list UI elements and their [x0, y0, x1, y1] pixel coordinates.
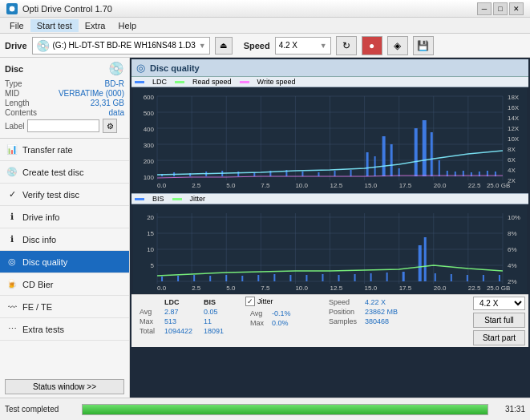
sidebar: Disc 💿 Type BD-R MID VERBATIMe (000) Len… [0, 58, 130, 398]
toolbar-btn3[interactable]: 💾 [413, 36, 434, 55]
nav-verify-test-disc[interactable]: ✓ Verify test disc [0, 184, 129, 206]
svg-rect-110 [177, 276, 179, 281]
drive-info-icon: ℹ [6, 212, 18, 223]
svg-rect-62 [415, 128, 418, 176]
nav-fe-te[interactable]: 〰 FE / TE [0, 296, 129, 318]
svg-text:8X: 8X [508, 146, 516, 153]
avg-label: Avg [136, 308, 158, 316]
svg-rect-54 [318, 172, 319, 176]
total-bis: 18091 [199, 327, 229, 335]
menu-bar: File Start test Extra Help [0, 18, 530, 34]
svg-text:5: 5 [151, 262, 155, 269]
write-speed-legend-color [240, 81, 249, 83]
speed-dropdown-arrow: ▼ [320, 42, 327, 50]
status-text: Test completed [5, 405, 77, 414]
menu-file[interactable]: File [3, 19, 30, 32]
jitter-label: Jitter [257, 297, 273, 305]
nav-drive-info[interactable]: ℹ Drive info [0, 206, 129, 228]
nav-extra-tests[interactable]: ⋯ Extra tests [0, 318, 129, 341]
start-full-btn[interactable]: Start full [473, 313, 525, 328]
ldc-header: LDC [160, 298, 197, 306]
read-speed-legend-label: Read speed [192, 78, 232, 86]
refresh-btn[interactable]: ↻ [336, 36, 357, 55]
nav-create-test-disc[interactable]: 💿 Create test disc [0, 161, 129, 184]
start-part-btn[interactable]: Start part [473, 330, 525, 345]
svg-text:15: 15 [147, 230, 154, 237]
svg-rect-57 [366, 152, 369, 176]
svg-text:6%: 6% [508, 246, 517, 253]
lower-chart-container: 20 15 10 5 10% 8% 6% 4% 2% 0.0 2.5 5.0 7… [133, 205, 527, 293]
svg-text:8%: 8% [508, 230, 517, 237]
speed-value-stat: 4.22 X [362, 298, 401, 306]
max-bis: 11 [199, 317, 229, 325]
total-ldc: 1094422 [160, 327, 197, 335]
svg-text:10.0: 10.0 [295, 285, 308, 292]
svg-rect-130 [483, 275, 484, 281]
nav-label-disc-info: Disc info [22, 235, 56, 244]
mid-value: VERBATIMe (000) [59, 89, 124, 98]
drive-select[interactable]: 💿 (G:) HL-DT-ST BD-RE WH16NS48 1.D3 ▼ [32, 37, 210, 55]
content-header: ◎ Disc quality [131, 59, 528, 77]
nav-cd-bier[interactable]: 🍺 CD Bier [0, 273, 129, 296]
stats-area: LDC BIS Avg 2.87 0.05 Max 513 11 Total [131, 294, 528, 347]
svg-text:7.5: 7.5 [261, 182, 270, 189]
content-title: Disc quality [150, 63, 200, 73]
speed-select[interactable]: 4.2 X ▼ [275, 37, 331, 55]
eject-btn[interactable]: ⏏ [215, 37, 233, 55]
bis-header: BIS [199, 298, 229, 306]
svg-rect-122 [370, 273, 372, 281]
avg-bis: 0.05 [199, 308, 229, 316]
svg-rect-124 [403, 272, 405, 281]
svg-text:17.5: 17.5 [399, 285, 412, 292]
nav-disc-quality[interactable]: ◎ Disc quality [0, 251, 129, 273]
nav-transfer-rate[interactable]: 📊 Transfer rate [0, 139, 129, 161]
disc-info-icon: ℹ [6, 234, 18, 245]
menu-extra[interactable]: Extra [79, 19, 112, 32]
max-label: Max [136, 317, 158, 325]
svg-text:20.0: 20.0 [434, 285, 447, 292]
svg-text:10X: 10X [508, 135, 520, 143]
samples-label: Samples [326, 317, 360, 325]
ldc-legend-label: LDC [152, 78, 167, 86]
speed-label-stat: Speed [326, 298, 360, 306]
status-window-btn[interactable]: Status window >> [5, 379, 124, 394]
cd-bier-icon: 🍺 [6, 279, 18, 290]
toolbar-btn2[interactable]: ◈ [387, 36, 408, 55]
jitter-max: 0.0% [269, 319, 294, 327]
length-value: 23,31 GB [91, 99, 124, 107]
position-value: 23862 MB [362, 308, 401, 316]
nav-disc-info[interactable]: ℹ Disc info [0, 228, 129, 251]
drive-label: Drive [5, 41, 27, 50]
label-input[interactable] [27, 119, 99, 132]
menu-start-test[interactable]: Start test [30, 19, 79, 32]
svg-rect-126 [424, 237, 427, 281]
progress-bar-fill [83, 405, 488, 414]
stats-table: LDC BIS Avg 2.87 0.05 Max 513 11 Total [135, 297, 239, 337]
toolbar-btn1[interactable]: ● [362, 36, 382, 55]
minimize-btn[interactable]: ─ [477, 2, 492, 15]
svg-text:15.0: 15.0 [365, 285, 378, 292]
svg-rect-60 [390, 144, 393, 176]
svg-text:12.5: 12.5 [330, 182, 343, 189]
label-btn[interactable]: ⚙ [103, 119, 117, 133]
svg-text:20.0: 20.0 [434, 182, 447, 189]
nav-label-drive-info: Drive info [22, 212, 59, 222]
label-label: Label [5, 122, 24, 131]
nav-label-verify-test-disc: Verify test disc [22, 190, 79, 200]
fe-te-icon: 〰 [6, 301, 18, 313]
svg-text:200: 200 [144, 158, 155, 165]
nav-label-create-test-disc: Create test disc [22, 168, 83, 177]
svg-text:5.0: 5.0 [226, 285, 236, 292]
close-btn[interactable]: ✕ [509, 2, 524, 15]
status-bar: Test completed 31:31 [0, 398, 530, 420]
svg-text:18X: 18X [508, 94, 520, 101]
svg-text:12.5: 12.5 [330, 285, 343, 292]
menu-help[interactable]: Help [111, 19, 143, 32]
upper-chart-svg: 600 500 400 300 200 100 18X 16X 14X 12X … [133, 88, 527, 192]
svg-text:22.5: 22.5 [468, 285, 481, 292]
maximize-btn[interactable]: □ [493, 2, 508, 15]
upper-legend: LDC Read speed Write speed [131, 77, 528, 87]
transfer-rate-icon: 📊 [6, 144, 18, 155]
speed-dropdown[interactable]: 4.2 X 2.0 X 8.0 X [473, 297, 525, 310]
jitter-checkbox[interactable]: ✓ [245, 297, 255, 306]
